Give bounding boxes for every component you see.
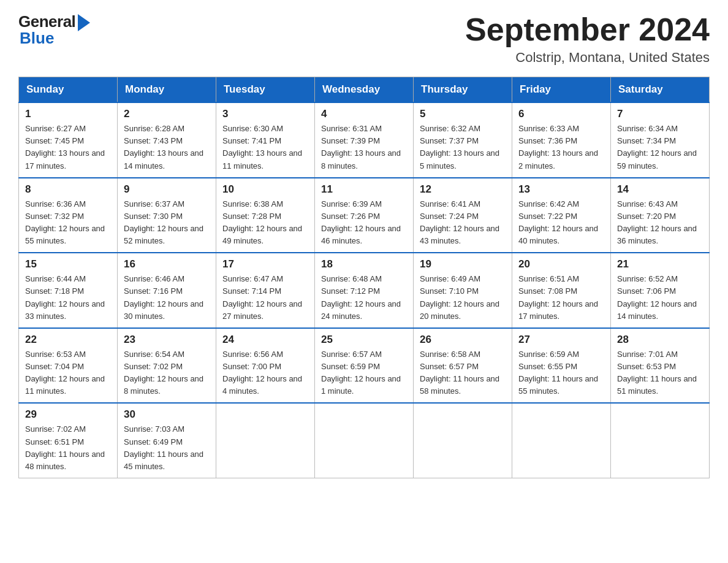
day-info: Sunrise: 6:43 AMSunset: 7:20 PMDaylight:… [617,198,703,248]
day-number: 30 [124,408,210,421]
day-number: 21 [617,258,703,270]
day-number: 24 [222,334,308,346]
week-row-1: 1Sunrise: 6:27 AMSunset: 7:45 PMDaylight… [19,102,710,178]
day-info: Sunrise: 6:31 AMSunset: 7:39 PMDaylight:… [321,123,407,172]
week-row-3: 15Sunrise: 6:44 AMSunset: 7:18 PMDayligh… [19,253,710,328]
col-header-sunday: Sunday [19,77,118,103]
page-header: General Blue September 2024 Colstrip, Mo… [18,12,710,66]
day-info: Sunrise: 6:47 AMSunset: 7:14 PMDaylight:… [222,273,308,323]
day-info: Sunrise: 6:42 AMSunset: 7:22 PMDaylight:… [518,198,604,248]
calendar-cell: 15Sunrise: 6:44 AMSunset: 7:18 PMDayligh… [19,253,118,328]
col-header-saturday: Saturday [611,77,710,103]
calendar-cell: 8Sunrise: 6:36 AMSunset: 7:32 PMDaylight… [19,178,118,253]
day-number: 1 [25,108,111,120]
calendar-cell [216,403,315,478]
day-info: Sunrise: 6:44 AMSunset: 7:18 PMDaylight:… [25,273,111,323]
day-info: Sunrise: 7:03 AMSunset: 6:49 PMDaylight:… [124,423,210,473]
calendar-cell: 27Sunrise: 6:59 AMSunset: 6:55 PMDayligh… [512,328,611,404]
day-info: Sunrise: 6:41 AMSunset: 7:24 PMDaylight:… [420,198,506,248]
day-number: 27 [518,334,604,346]
day-info: Sunrise: 6:57 AMSunset: 6:59 PMDaylight:… [321,348,407,398]
calendar-cell [315,403,414,478]
day-info: Sunrise: 6:27 AMSunset: 7:45 PMDaylight:… [25,123,111,172]
day-number: 6 [518,108,604,120]
day-number: 5 [420,108,506,120]
calendar-cell: 11Sunrise: 6:39 AMSunset: 7:26 PMDayligh… [315,178,414,253]
day-number: 23 [124,334,210,346]
day-number: 25 [321,334,407,346]
col-header-friday: Friday [512,77,611,103]
calendar-cell: 26Sunrise: 6:58 AMSunset: 6:57 PMDayligh… [414,328,512,404]
calendar-cell: 25Sunrise: 6:57 AMSunset: 6:59 PMDayligh… [315,328,414,404]
day-info: Sunrise: 6:38 AMSunset: 7:28 PMDaylight:… [222,198,308,248]
calendar-cell [512,403,611,478]
week-row-2: 8Sunrise: 6:36 AMSunset: 7:32 PMDaylight… [19,178,710,253]
day-info: Sunrise: 6:46 AMSunset: 7:16 PMDaylight:… [124,273,210,323]
calendar-cell: 10Sunrise: 6:38 AMSunset: 7:28 PMDayligh… [216,178,315,253]
day-number: 4 [321,108,407,120]
day-number: 15 [25,258,111,270]
calendar-header-row: SundayMondayTuesdayWednesdayThursdayFrid… [19,77,710,103]
calendar-cell: 22Sunrise: 6:53 AMSunset: 7:04 PMDayligh… [19,328,118,404]
calendar-cell: 2Sunrise: 6:28 AMSunset: 7:43 PMDaylight… [118,102,216,178]
title-block: September 2024 Colstrip, Montana, United… [465,12,710,66]
calendar-cell: 3Sunrise: 6:30 AMSunset: 7:41 PMDaylight… [216,102,315,178]
day-number: 8 [25,183,111,196]
calendar-cell: 19Sunrise: 6:49 AMSunset: 7:10 PMDayligh… [414,253,512,328]
location-subtitle: Colstrip, Montana, United States [465,50,710,66]
day-number: 29 [25,408,111,421]
day-number: 13 [518,183,604,196]
day-info: Sunrise: 6:53 AMSunset: 7:04 PMDaylight:… [25,348,111,398]
day-number: 14 [617,183,703,196]
calendar-cell: 24Sunrise: 6:56 AMSunset: 7:00 PMDayligh… [216,328,315,404]
day-info: Sunrise: 6:48 AMSunset: 7:12 PMDaylight:… [321,273,407,323]
day-number: 17 [222,258,308,270]
calendar-cell: 28Sunrise: 7:01 AMSunset: 6:53 PMDayligh… [611,328,710,404]
day-number: 22 [25,334,111,346]
day-info: Sunrise: 6:36 AMSunset: 7:32 PMDaylight:… [25,198,111,248]
day-info: Sunrise: 6:28 AMSunset: 7:43 PMDaylight:… [124,123,210,172]
day-number: 26 [420,334,506,346]
day-info: Sunrise: 6:49 AMSunset: 7:10 PMDaylight:… [420,273,506,323]
day-number: 20 [518,258,604,270]
day-info: Sunrise: 6:34 AMSunset: 7:34 PMDaylight:… [617,123,703,172]
calendar-cell: 29Sunrise: 7:02 AMSunset: 6:51 PMDayligh… [19,403,118,478]
day-number: 28 [617,334,703,346]
calendar-cell: 30Sunrise: 7:03 AMSunset: 6:49 PMDayligh… [118,403,216,478]
day-number: 3 [222,108,308,120]
day-info: Sunrise: 7:02 AMSunset: 6:51 PMDaylight:… [25,423,111,473]
calendar-cell: 6Sunrise: 6:33 AMSunset: 7:36 PMDaylight… [512,102,611,178]
day-number: 19 [420,258,506,270]
day-info: Sunrise: 6:32 AMSunset: 7:37 PMDaylight:… [420,123,506,172]
day-info: Sunrise: 6:52 AMSunset: 7:06 PMDaylight:… [617,273,703,323]
day-info: Sunrise: 7:01 AMSunset: 6:53 PMDaylight:… [617,348,703,398]
day-info: Sunrise: 6:37 AMSunset: 7:30 PMDaylight:… [124,198,210,248]
calendar-cell [611,403,710,478]
calendar-cell: 14Sunrise: 6:43 AMSunset: 7:20 PMDayligh… [611,178,710,253]
day-number: 9 [124,183,210,196]
col-header-thursday: Thursday [414,77,512,103]
calendar-cell: 9Sunrise: 6:37 AMSunset: 7:30 PMDaylight… [118,178,216,253]
logo-arrow-icon [78,14,90,31]
calendar-cell: 7Sunrise: 6:34 AMSunset: 7:34 PMDaylight… [611,102,710,178]
col-header-monday: Monday [118,77,216,103]
calendar-cell: 4Sunrise: 6:31 AMSunset: 7:39 PMDaylight… [315,102,414,178]
day-info: Sunrise: 6:54 AMSunset: 7:02 PMDaylight:… [124,348,210,398]
day-number: 11 [321,183,407,196]
day-number: 16 [124,258,210,270]
month-title: September 2024 [465,12,710,47]
day-info: Sunrise: 6:30 AMSunset: 7:41 PMDaylight:… [222,123,308,172]
day-info: Sunrise: 6:39 AMSunset: 7:26 PMDaylight:… [321,198,407,248]
day-info: Sunrise: 6:59 AMSunset: 6:55 PMDaylight:… [518,348,604,398]
calendar-cell: 17Sunrise: 6:47 AMSunset: 7:14 PMDayligh… [216,253,315,328]
day-info: Sunrise: 6:33 AMSunset: 7:36 PMDaylight:… [518,123,604,172]
calendar-cell: 20Sunrise: 6:51 AMSunset: 7:08 PMDayligh… [512,253,611,328]
day-number: 2 [124,108,210,120]
day-info: Sunrise: 6:58 AMSunset: 6:57 PMDaylight:… [420,348,506,398]
col-header-wednesday: Wednesday [315,77,414,103]
calendar-cell [414,403,512,478]
day-number: 12 [420,183,506,196]
logo-blue-text: Blue [20,29,54,48]
calendar-table: SundayMondayTuesdayWednesdayThursdayFrid… [18,77,710,478]
calendar-cell: 16Sunrise: 6:46 AMSunset: 7:16 PMDayligh… [118,253,216,328]
